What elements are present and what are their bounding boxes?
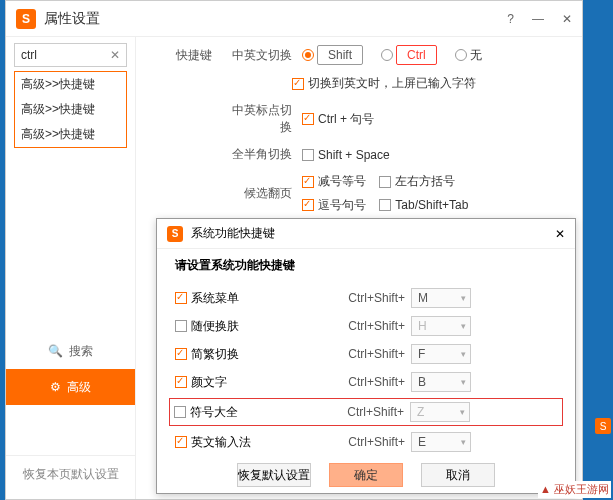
checkbox-page-1[interactable]: 左右方括号 (379, 173, 455, 190)
checkbox-icon (292, 78, 304, 90)
nav-search[interactable]: 🔍 搜索 (6, 333, 135, 369)
radio-shift[interactable]: Shift (302, 45, 363, 65)
restore-page-defaults[interactable]: 恢复本页默认设置 (6, 455, 135, 493)
search-icon: 🔍 (48, 344, 63, 358)
nav-advanced[interactable]: ⚙ 高级 (6, 369, 135, 405)
help-button[interactable]: ? (507, 12, 514, 26)
shortcut-prefix: Ctrl+Shift+ (325, 319, 405, 333)
ok-button[interactable]: 确定 (329, 463, 403, 487)
tray-logo[interactable]: S (595, 418, 611, 434)
shortcut-row: 符号大全Ctrl+Shift+Z (169, 398, 563, 426)
row-cn-en: 快捷键 中英文切换 Shift Ctrl 无 (152, 45, 566, 65)
close-button[interactable]: ✕ (562, 12, 572, 26)
suggestion-item[interactable]: 高级>>快捷键 (15, 97, 126, 122)
radio-none[interactable]: 无 (455, 47, 482, 64)
nav-advanced-label: 高级 (67, 379, 91, 396)
app-logo: S (16, 9, 36, 29)
sidebar: ✕ 高级>>快捷键 高级>>快捷键 高级>>快捷键 🔍 搜索 ⚙ 高级 恢复本页… (6, 37, 136, 499)
shortcut-key-select[interactable]: E (411, 432, 471, 452)
window-title: 属性设置 (44, 10, 100, 28)
dialog-subtitle: 请设置系统功能快捷键 (175, 257, 557, 274)
fullhalf-text: Shift + Space (318, 148, 390, 162)
page-label: 候选翻页 (222, 185, 292, 202)
checkbox-icon (379, 176, 391, 188)
shortcut-key-select[interactable]: F (411, 344, 471, 364)
restore-defaults-button[interactable]: 恢复默认设置 (237, 463, 311, 487)
shortcut-prefix: Ctrl+Shift+ (325, 375, 405, 389)
fullhalf-label: 全半角切换 (222, 146, 292, 163)
cn-en-label: 中英文切换 (222, 47, 292, 64)
radio-ctrl[interactable]: Ctrl (381, 45, 437, 65)
checkbox-page-3[interactable]: Tab/Shift+Tab (379, 198, 468, 212)
shortcut-checkbox[interactable]: 系统菜单 (175, 290, 315, 307)
chip-shift: Shift (317, 45, 363, 65)
window-controls: ? — ✕ (507, 12, 572, 26)
checkbox-icon (175, 376, 187, 388)
checkbox-icon (302, 199, 314, 211)
row-commit: 切换到英文时，上屏已输入字符 (152, 75, 566, 92)
dialog-buttons: 恢复默认设置 确定 取消 (157, 463, 575, 487)
shortcut-label: 简繁切换 (191, 346, 239, 363)
checkbox-fullhalf[interactable]: Shift + Space (302, 148, 390, 162)
checkbox-page-0[interactable]: 减号等号 (302, 173, 366, 190)
shortcut-prefix: Ctrl+Shift+ (325, 435, 405, 449)
commit-label: 切换到英文时，上屏已输入字符 (308, 75, 476, 92)
shortcut-checkbox[interactable]: 符号大全 (174, 404, 314, 421)
checkbox-icon (302, 149, 314, 161)
row-fullhalf: 全半角切换 Shift + Space (152, 146, 566, 163)
titlebar: S 属性设置 ? — ✕ (6, 1, 582, 37)
shortcut-dialog: S 系统功能快捷键 ✕ 请设置系统功能快捷键 系统菜单Ctrl+Shift+M随… (156, 218, 576, 494)
checkbox-icon (175, 292, 187, 304)
shortcut-label: 符号大全 (190, 404, 238, 421)
search-box[interactable]: ✕ (14, 43, 127, 67)
watermark: ▲ 巫妖王游网 (538, 481, 611, 498)
shortcut-label: 英文输入法 (191, 434, 251, 451)
clear-search-icon[interactable]: ✕ (110, 48, 120, 62)
checkbox-icon (175, 348, 187, 360)
shortcut-row: 系统菜单Ctrl+Shift+M (175, 284, 557, 312)
checkbox-page-2[interactable]: 逗号句号 (302, 197, 366, 214)
checkbox-icon (175, 436, 187, 448)
shortcut-key-select[interactable]: Z (410, 402, 470, 422)
checkbox-icon (302, 176, 314, 188)
checkbox-icon (174, 406, 186, 418)
shortcut-row: 英文输入法Ctrl+Shift+E (175, 428, 557, 456)
section-label: 快捷键 (152, 47, 212, 64)
checkbox-punct[interactable]: Ctrl + 句号 (302, 111, 374, 128)
gear-icon: ⚙ (50, 380, 61, 394)
shortcut-checkbox[interactable]: 英文输入法 (175, 434, 315, 451)
dialog-body: 请设置系统功能快捷键 系统菜单Ctrl+Shift+M随便换肤Ctrl+Shif… (157, 249, 575, 464)
shortcut-checkbox[interactable]: 颜文字 (175, 374, 315, 391)
dialog-logo: S (167, 226, 183, 242)
shortcut-prefix: Ctrl+Shift+ (324, 405, 404, 419)
chip-ctrl: Ctrl (396, 45, 437, 65)
dialog-header: S 系统功能快捷键 ✕ (157, 219, 575, 249)
checkbox-commit[interactable]: 切换到英文时，上屏已输入字符 (292, 75, 476, 92)
shortcut-checkbox[interactable]: 随便换肤 (175, 318, 315, 335)
shortcut-row: 随便换肤Ctrl+Shift+H (175, 312, 557, 340)
checkbox-icon (302, 113, 314, 125)
shortcut-row: 颜文字Ctrl+Shift+B (175, 368, 557, 396)
search-input[interactable] (21, 48, 110, 62)
shortcut-label: 颜文字 (191, 374, 227, 391)
nav-search-label: 搜索 (69, 343, 93, 360)
minimize-button[interactable]: — (532, 12, 544, 26)
shortcut-label: 系统菜单 (191, 290, 239, 307)
shortcut-row: 简繁切换Ctrl+Shift+F (175, 340, 557, 368)
dialog-title: 系统功能快捷键 (191, 225, 275, 242)
shortcut-label: 随便换肤 (191, 318, 239, 335)
suggestion-item[interactable]: 高级>>快捷键 (15, 72, 126, 97)
suggestion-item[interactable]: 高级>>快捷键 (15, 122, 126, 147)
checkbox-icon (379, 199, 391, 211)
row-page: 候选翻页 减号等号 左右方括号 逗号句号 Tab/Shift+Tab (152, 173, 566, 214)
shortcut-key-select[interactable]: H (411, 316, 471, 336)
dialog-close-button[interactable]: ✕ (555, 227, 565, 241)
punct-text: Ctrl + 句号 (318, 111, 374, 128)
punct-label: 中英标点切换 (222, 102, 292, 136)
shortcut-prefix: Ctrl+Shift+ (325, 347, 405, 361)
shortcut-key-select[interactable]: M (411, 288, 471, 308)
shortcut-key-select[interactable]: B (411, 372, 471, 392)
shortcut-checkbox[interactable]: 简繁切换 (175, 346, 315, 363)
cancel-button[interactable]: 取消 (421, 463, 495, 487)
checkbox-icon (175, 320, 187, 332)
